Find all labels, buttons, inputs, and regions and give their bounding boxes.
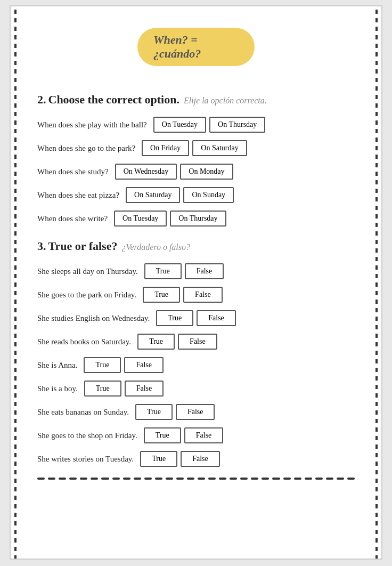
- q4-option1[interactable]: On Saturday: [126, 187, 180, 203]
- tf-row-8: She goes to the shop on Friday. True Fal…: [37, 427, 355, 443]
- tf-5-text: She is Anna.: [37, 361, 77, 370]
- tf-3-false[interactable]: False: [197, 310, 236, 326]
- q5-option1[interactable]: On Tuesday: [114, 211, 167, 227]
- section2-header: 2. Choose the correct option. Elije la o…: [37, 93, 355, 109]
- tf-row-1: She sleeps all day on Thursday. True Fal…: [37, 263, 355, 279]
- tf-6-true[interactable]: True: [84, 381, 121, 397]
- tf-5-true[interactable]: True: [84, 357, 121, 373]
- tf-2-true[interactable]: True: [143, 287, 180, 303]
- tf-6-text: She is a boy.: [37, 384, 78, 393]
- tf-7-text: She eats bananas on Sunday.: [37, 408, 129, 417]
- tf-4-text: She reads books on Saturday.: [37, 337, 131, 346]
- tf-7-false[interactable]: False: [176, 404, 215, 420]
- tf-9-false[interactable]: False: [181, 451, 220, 467]
- tf-3-true[interactable]: True: [156, 310, 193, 326]
- tf-1-false[interactable]: False: [185, 263, 224, 279]
- section3-header: 3. True or false? ¿Verdadero o falso?: [37, 239, 355, 255]
- q3-option1[interactable]: On Wednesday: [115, 164, 177, 180]
- q5-option2[interactable]: On Thursday: [170, 211, 226, 227]
- tf-2-text: She goes to the park on Friday.: [37, 290, 136, 300]
- tf-row-2: She goes to the park on Friday. True Fal…: [37, 287, 355, 303]
- tf-9-text: She writes stories on Tuesday.: [37, 455, 134, 464]
- tf-7-true[interactable]: True: [135, 404, 173, 420]
- question-row-3: When does she study? On Wednesday On Mon…: [37, 164, 355, 180]
- section3-subtitle: ¿Verdadero o falso?: [121, 242, 190, 252]
- tf-row-7: She eats bananas on Sunday. True False: [37, 404, 355, 420]
- section3-number: 3.: [37, 239, 46, 253]
- bottom-dashes: [37, 478, 355, 480]
- tf-8-text: She goes to the shop on Friday.: [37, 431, 137, 440]
- section2-number: 2.: [37, 93, 46, 107]
- q2-option2[interactable]: On Saturday: [192, 140, 247, 156]
- page: When? = ¿cuándo? 2. Choose the correct o…: [10, 5, 382, 560]
- tf-row-5: She is Anna. True False: [37, 357, 355, 373]
- question-2-text: When does she go to the park?: [37, 144, 135, 153]
- tf-3-text: She studies English on Wednesday.: [37, 314, 150, 323]
- tf-row-9: She writes stories on Tuesday. True Fals…: [37, 451, 355, 467]
- section3-title: True or false?: [48, 239, 118, 253]
- question-5-text: When does she write?: [37, 214, 108, 223]
- tf-6-false[interactable]: False: [125, 381, 164, 397]
- q1-option1[interactable]: On Tuesday: [153, 117, 206, 133]
- tf-4-false[interactable]: False: [178, 334, 217, 350]
- tf-9-true[interactable]: True: [140, 451, 177, 467]
- tf-row-6: She is a boy. True False: [37, 381, 355, 397]
- q1-option2[interactable]: On Thursday: [209, 117, 265, 133]
- tf-8-false[interactable]: False: [184, 427, 224, 443]
- q2-option1[interactable]: On Friday: [142, 140, 189, 156]
- header-title: When? = ¿cuándo?: [153, 33, 239, 61]
- tf-1-text: She sleeps all day on Thursday.: [37, 267, 138, 276]
- question-row-2: When does she go to the park? On Friday …: [37, 140, 355, 156]
- q4-option2[interactable]: On Sunday: [183, 187, 234, 203]
- question-row-4: When does she eat pizza? On Saturday On …: [37, 187, 355, 203]
- tf-8-true[interactable]: True: [144, 427, 181, 443]
- question-row-5: When does she write? On Tuesday On Thurs…: [37, 211, 355, 227]
- tf-1-true[interactable]: True: [144, 263, 182, 279]
- section2-subtitle: Elije la opción correcta.: [184, 96, 267, 106]
- question-4-text: When does she eat pizza?: [37, 191, 119, 200]
- tf-row-3: She studies English on Wednesday. True F…: [37, 310, 355, 326]
- question-1-text: When does she play with the ball?: [37, 120, 147, 130]
- tf-4-true[interactable]: True: [137, 334, 175, 350]
- section2-title: Choose the correct option.: [48, 93, 179, 107]
- tf-5-false[interactable]: False: [124, 357, 164, 373]
- tf-row-4: She reads books on Saturday. True False: [37, 334, 355, 350]
- question-3-text: When does she study?: [37, 167, 109, 176]
- header-oval: When? = ¿cuándo?: [137, 28, 255, 66]
- question-row-1: When does she play with the ball? On Tue…: [37, 117, 355, 133]
- tf-2-false[interactable]: False: [183, 287, 223, 303]
- q3-option2[interactable]: On Monday: [180, 164, 233, 180]
